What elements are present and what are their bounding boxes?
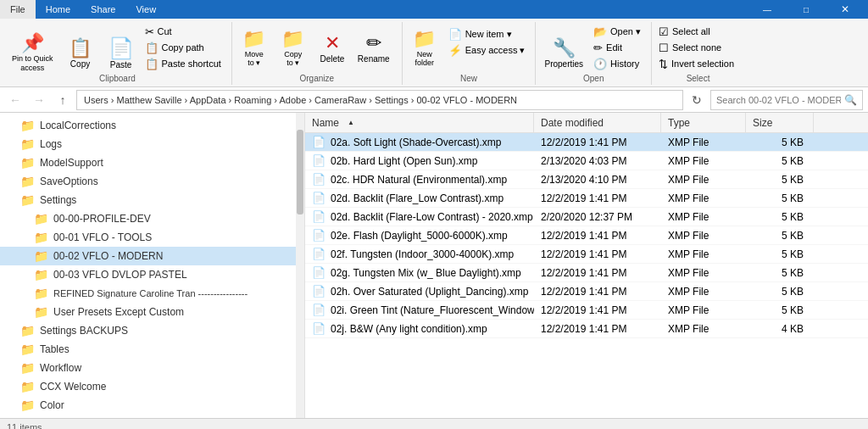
tab-share[interactable]: Share [81, 0, 125, 19]
sidebar-item-label: 00-00-PROFILE-DEV [53, 213, 151, 225]
file-name: 02b. Hard Light (Open Sun).xmp [331, 155, 477, 167]
cut-button[interactable]: ✂ Cut [142, 24, 225, 39]
search-input[interactable] [716, 95, 841, 105]
file-rows-container: 📄 02a. Soft Light (Shade-Overcast).xmp 1… [305, 133, 868, 338]
sidebar-item-common[interactable]: 📁 Common [0, 415, 304, 418]
history-button[interactable]: 🕐 History [590, 56, 644, 71]
table-row[interactable]: 📄 02g. Tungsten Mix (w_ Blue Daylight).x… [305, 264, 868, 282]
tab-share-label: Share [91, 4, 115, 14]
file-date-cell: 12/2/2019 1:41 PM [534, 267, 661, 279]
new-item-icon: 📄 [448, 28, 462, 41]
header-type-label: Type [668, 117, 690, 129]
header-date[interactable]: Date modified [534, 113, 661, 132]
table-row[interactable]: 📄 02j. B&W (Any light condition).xmp 12/… [305, 320, 868, 338]
file-name: 02h. Over Saturated (Uplight_Dancing).xm… [331, 286, 528, 298]
folder-icon: 📁 [34, 305, 48, 319]
invert-selection-button[interactable]: ⇅ Invert selection [655, 56, 737, 71]
sidebar-item-label: CCX Welcome [40, 381, 106, 393]
properties-button[interactable]: 🔧 Properties [539, 29, 588, 78]
maximize-button[interactable]: □ [787, 0, 826, 19]
sidebar-item-settings[interactable]: 📁 Settings [0, 191, 304, 209]
sidebar-item-label: ModelSupport [40, 157, 103, 169]
table-row[interactable]: 📄 02c. HDR Natural (Environmental).xmp 2… [305, 170, 868, 189]
rename-button[interactable]: ✏ Rename [353, 24, 395, 73]
sidebar-item-label: 00-01 VFLO - TOOLS [53, 231, 152, 243]
select-all-button[interactable]: ☑ Select all [655, 24, 737, 39]
sidebar-item-00-03[interactable]: 📁 00-03 VFLO DVLOP PASTEL [0, 265, 304, 284]
easy-access-label: Easy access ▾ [465, 45, 526, 56]
new-item-button[interactable]: 📄 New item ▾ [445, 27, 529, 42]
table-row[interactable]: 📄 02b. Hard Light (Open Sun).xmp 2/13/20… [305, 152, 868, 170]
properties-icon: 🔧 [553, 39, 576, 58]
new-small-buttons: 📄 New item ▾ ⚡ Easy access ▾ [445, 27, 529, 70]
sidebar-item-local-corrections[interactable]: 📁 LocalCorrections [0, 116, 304, 135]
sort-icon: ▲ [348, 119, 354, 126]
sidebar-item-00-02[interactable]: 📁 00-02 VFLO - MODERN [0, 247, 304, 265]
delete-icon: ✕ [325, 34, 340, 53]
easy-access-button[interactable]: ⚡ Easy access ▾ [445, 43, 529, 58]
sidebar-item-00-01[interactable]: 📁 00-01 VFLO - TOOLS [0, 228, 304, 247]
table-row[interactable]: 📄 02d. Backlit (Flare_Low Contrast).xmp … [305, 189, 868, 208]
open-label: Open ▾ [610, 26, 641, 37]
tab-file[interactable]: File [0, 0, 36, 19]
file-size-cell: 5 KB [746, 136, 814, 148]
header-type[interactable]: Type [661, 113, 746, 132]
sidebar: 📁 LocalCorrections 📁 Logs 📁 ModelSupport… [0, 113, 305, 418]
file-type-cell: XMP File [661, 155, 746, 167]
open-button[interactable]: 📂 Open ▾ [590, 24, 644, 39]
table-row[interactable]: 📄 02e. Flash (Daylight_5000-6000K).xmp 1… [305, 226, 868, 245]
tab-home[interactable]: Home [36, 0, 81, 19]
sidebar-item-workflow[interactable]: 📁 Workflow [0, 359, 304, 377]
header-size[interactable]: Size [746, 113, 814, 132]
copy-path-button[interactable]: 📋 Copy path [142, 40, 225, 55]
header-name[interactable]: Name ▲ [305, 113, 534, 132]
folder-icon: 📁 [20, 119, 35, 132]
sidebar-item-save-options[interactable]: 📁 SaveOptions [0, 172, 304, 191]
select-all-label: Select all [672, 26, 710, 36]
edit-button[interactable]: ✏ Edit [590, 40, 644, 55]
tab-view[interactable]: View [125, 0, 166, 19]
sidebar-item-color[interactable]: 📁 Color [0, 396, 304, 415]
table-row[interactable]: 📄 02i. Green Tint (Nature_Fluorescent_Wi… [305, 301, 868, 320]
sidebar-item-model-support[interactable]: 📁 ModelSupport [0, 153, 304, 172]
folder-icon: 📁 [34, 231, 48, 244]
file-icon: 📄 [312, 136, 326, 148]
select-none-button[interactable]: ☐ Select none [655, 40, 737, 55]
file-date-cell: 12/2/2019 1:41 PM [534, 136, 661, 148]
sidebar-item-00-00[interactable]: 📁 00-00-PROFILE-DEV [0, 209, 304, 228]
sidebar-item-settings-backups[interactable]: 📁 Settings BACKUPS [0, 321, 304, 340]
file-name: 02i. Green Tint (Nature_Fluorescent_Wind… [331, 304, 534, 316]
new-folder-button[interactable]: 📁 Newfolder [406, 24, 443, 73]
table-row[interactable]: 📄 02a. Soft Light (Shade-Overcast).xmp 1… [305, 133, 868, 152]
minimize-button[interactable]: — [748, 0, 787, 19]
copy-to-button[interactable]: 📁 Copyto ▾ [275, 24, 312, 73]
paste-button[interactable]: 📄 Paste [103, 29, 140, 78]
sidebar-item-ccx-welcome[interactable]: 📁 CCX Welcome [0, 377, 304, 396]
sidebar-item-logs[interactable]: 📁 Logs [0, 135, 304, 153]
sidebar-scrollbar[interactable] [296, 113, 304, 418]
file-name-cell: 📄 02j. B&W (Any light condition).xmp [305, 322, 534, 335]
table-row[interactable]: 📄 02h. Over Saturated (Uplight_Dancing).… [305, 282, 868, 301]
status-text: 11 items [7, 422, 42, 430]
file-icon: 📄 [312, 154, 326, 167]
pin-to-quick-access-button[interactable]: 📌 Pin to Quickaccess [7, 29, 58, 78]
file-icon: 📄 [312, 210, 326, 223]
sidebar-item-refined[interactable]: 📁 REFINED Signature Caroline Tran ------… [0, 284, 304, 303]
sidebar-item-tables[interactable]: 📁 Tables [0, 340, 304, 359]
copy-button-large[interactable]: 📋 Copy [62, 29, 99, 78]
file-list: Name ▲ Date modified Type Size 📄 02a. So… [305, 113, 868, 418]
delete-button[interactable]: ✕ Delete [314, 24, 351, 73]
ribbon-content: 📌 Pin to Quickaccess 📋 Copy 📄 Paste ✂ [0, 19, 868, 86]
paste-shortcut-button[interactable]: 📋 Paste shortcut [142, 56, 225, 71]
file-type-cell: XMP File [661, 211, 746, 223]
close-button[interactable]: ✕ [826, 0, 865, 19]
file-size-cell: 5 KB [746, 211, 814, 223]
file-size-cell: 5 KB [746, 230, 814, 242]
file-name-cell: 📄 02d. Backlit (Flare_Low Contrast).xmp [305, 192, 534, 204]
table-row[interactable]: 📄 02d. Backlit (Flare-Low Contrast) - 20… [305, 208, 868, 226]
table-row[interactable]: 📄 02f. Tungsten (Indoor_3000-4000K).xmp … [305, 245, 868, 264]
move-to-button[interactable]: 📁 Moveto ▾ [236, 24, 273, 73]
copy-label: Copy [70, 59, 90, 69]
file-date-cell: 2/13/2020 4:03 PM [534, 155, 661, 167]
sidebar-item-user-presets[interactable]: 📁 User Presets Except Custom [0, 303, 304, 321]
